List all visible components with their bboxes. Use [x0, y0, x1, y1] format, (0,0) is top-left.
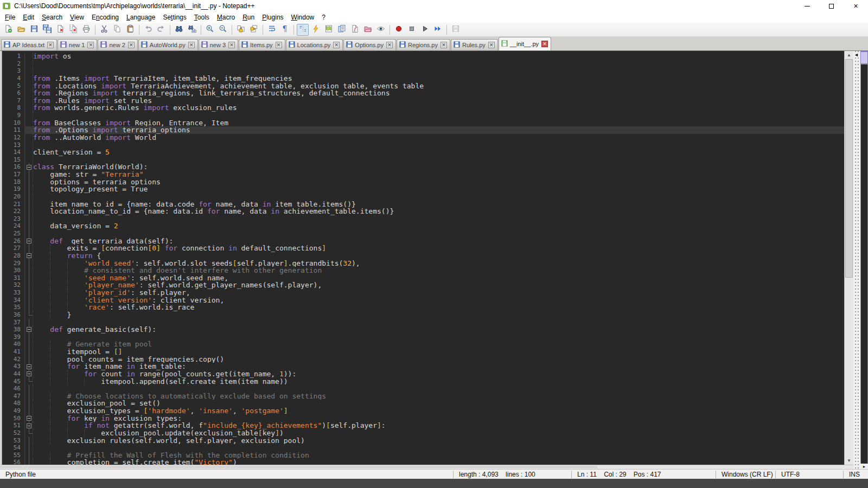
fold-collapse-icon[interactable]: [27, 364, 31, 369]
tab-close-icon[interactable]: ✕: [276, 42, 282, 48]
document-map-button[interactable]: [323, 24, 335, 36]
tab-close-icon[interactable]: ✕: [333, 42, 340, 48]
tab-regions-py[interactable]: Regions.py✕: [397, 39, 450, 50]
save-button[interactable]: [28, 24, 40, 36]
sync-horizontal-button[interactable]: [248, 24, 260, 36]
tab-close-icon[interactable]: ✕: [87, 42, 94, 48]
print-button[interactable]: [80, 24, 92, 36]
scroll-down-arrow-icon[interactable]: ▼: [845, 457, 853, 465]
menu-encoding[interactable]: Encoding: [88, 12, 123, 22]
fold-marker[interactable]: [25, 370, 33, 378]
tab-new-2[interactable]: new 2✕: [98, 39, 137, 50]
tab-new-1[interactable]: new 1✕: [58, 39, 97, 50]
menu-edit[interactable]: Edit: [19, 12, 38, 22]
tab-options-py[interactable]: Options.py✕: [343, 39, 396, 50]
vertical-scroll-thumb[interactable]: [845, 59, 853, 278]
macro-save-button[interactable]: [450, 24, 462, 36]
zoom-in-button[interactable]: [204, 24, 216, 36]
vertical-scroll-track[interactable]: [845, 59, 853, 457]
menu-?[interactable]: ?: [318, 12, 329, 22]
undo-button[interactable]: [142, 24, 154, 36]
fold-collapse-icon[interactable]: [27, 239, 31, 243]
paste-button[interactable]: [124, 24, 136, 36]
tab-locations-py[interactable]: Locations.py✕: [286, 39, 343, 50]
fold-marker[interactable]: [25, 422, 33, 429]
tab-items-py[interactable]: Items.py✕: [239, 39, 285, 50]
folder-as-workspace-button[interactable]: [362, 24, 374, 36]
macro-stop-button[interactable]: [406, 24, 418, 36]
function-list-button[interactable]: f: [349, 24, 361, 36]
menu-plugins[interactable]: Plugins: [258, 12, 287, 22]
fold-marker[interactable]: [25, 163, 33, 171]
fold-collapse-icon[interactable]: [27, 165, 31, 170]
fold-collapse-icon[interactable]: [27, 253, 31, 258]
close-button[interactable]: ×: [844, 0, 868, 12]
tab-close-icon[interactable]: ✕: [128, 42, 135, 48]
fold-marker[interactable]: [25, 363, 33, 370]
fold-collapse-icon[interactable]: [27, 416, 31, 421]
macro-record-button[interactable]: [393, 24, 405, 36]
secondary-scroll-right-icon[interactable]: ►: [860, 464, 868, 469]
view-splitter[interactable]: ◄: [853, 51, 860, 469]
save-all-button[interactable]: [41, 24, 53, 36]
cut-button[interactable]: [98, 24, 110, 36]
fold-collapse-icon[interactable]: [27, 423, 31, 428]
tab-scroll-left-icon[interactable]: ◄: [854, 52, 859, 57]
menu-search[interactable]: Search: [38, 12, 66, 22]
vertical-scrollbar[interactable]: ▲ ▼: [844, 51, 853, 465]
tab-init-py[interactable]: __init__.py✕: [499, 37, 551, 50]
fold-marker[interactable]: [25, 237, 33, 245]
zoom-out-button[interactable]: [217, 24, 229, 36]
menu-file[interactable]: File: [1, 12, 19, 22]
replace-button[interactable]: ab: [186, 24, 198, 36]
menu-run[interactable]: Run: [239, 12, 258, 22]
horizontal-scrollbar[interactable]: [0, 465, 853, 469]
new-file-button[interactable]: [2, 24, 14, 36]
scroll-up-arrow-icon[interactable]: ▲: [845, 51, 853, 59]
minimize-button[interactable]: [795, 0, 819, 12]
menu-macro[interactable]: Macro: [213, 12, 239, 22]
fold-collapse-icon[interactable]: [27, 327, 31, 332]
tab-close-icon[interactable]: ✕: [541, 41, 548, 47]
sync-vertical-button[interactable]: [235, 24, 247, 36]
fold-marker[interactable]: [25, 252, 33, 260]
tab-close-icon[interactable]: ✕: [188, 42, 195, 48]
tab-rules-py[interactable]: Rules.py✕: [451, 39, 498, 50]
show-indent-guide-button[interactable]: [297, 24, 309, 36]
horizontal-scroll-thumb[interactable]: [0, 466, 597, 468]
menu-view[interactable]: View: [66, 12, 88, 22]
secondary-view-sliver[interactable]: ►: [860, 51, 868, 469]
monitoring-button[interactable]: [375, 24, 387, 36]
code-line-47: 47 # Choose locations to automatically e…: [2, 393, 844, 400]
tab-close-icon[interactable]: ✕: [47, 42, 54, 48]
tab-new-3[interactable]: new 3✕: [199, 39, 238, 50]
menu-window[interactable]: Window: [288, 12, 318, 22]
tab-close-icon[interactable]: ✕: [441, 42, 447, 48]
tab-ap-ideas-txt[interactable]: AP Ideas.txt✕: [1, 39, 57, 50]
document-list-button[interactable]: [336, 24, 348, 36]
macro-play-button[interactable]: [419, 24, 431, 36]
macro-run-multiple-button[interactable]: [432, 24, 444, 36]
menu-language[interactable]: Language: [123, 12, 159, 22]
tab-close-icon[interactable]: ✕: [228, 42, 235, 48]
menu-tools[interactable]: Tools: [190, 12, 213, 22]
fold-collapse-icon[interactable]: [27, 371, 31, 376]
close-button[interactable]: [54, 24, 66, 36]
find-button[interactable]: [173, 24, 185, 36]
word-wrap-button[interactable]: [266, 24, 278, 36]
secondary-view-tab-fragment[interactable]: [860, 51, 868, 64]
fold-marker[interactable]: [25, 415, 33, 422]
tab-close-icon[interactable]: ✕: [386, 42, 393, 48]
menu-settings[interactable]: Settings: [159, 12, 190, 22]
close-all-button[interactable]: [67, 24, 79, 36]
code-editor[interactable]: 1import os234from .Items import Terraria…: [2, 51, 844, 465]
maximize-button[interactable]: [819, 0, 844, 12]
tab-close-icon[interactable]: ✕: [488, 42, 495, 48]
user-defined-dialog-button[interactable]: [310, 24, 322, 36]
fold-marker[interactable]: [25, 326, 33, 333]
copy-button[interactable]: [111, 24, 123, 36]
open-file-button[interactable]: [15, 24, 27, 36]
redo-button[interactable]: [155, 24, 167, 36]
tab-autoworld-py[interactable]: AutoWorld.py✕: [138, 39, 198, 50]
show-all-characters-button[interactable]: ¶: [279, 24, 291, 36]
